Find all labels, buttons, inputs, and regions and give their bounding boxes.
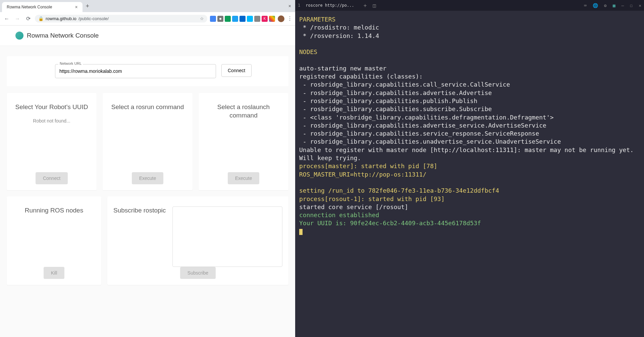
subscribe-card: Subscribe rostopic Subscribe: [107, 196, 288, 285]
term-line: * /rosdistro: melodic: [299, 24, 379, 31]
term-line: - rosbridge_library.capabilities.subscri…: [299, 105, 492, 112]
ext-icon[interactable]: [239, 16, 246, 22]
term-line: Your UUID is: 90fe24ec-6cb2-4409-acb3-44…: [299, 220, 481, 227]
term-line: auto-starting new master: [299, 65, 386, 72]
ext-icon[interactable]: [247, 16, 253, 22]
term-line: - rosbridge_library.capabilities.adverti…: [299, 122, 546, 129]
ext-icon[interactable]: [232, 16, 238, 22]
profile-avatar[interactable]: [278, 15, 284, 22]
keyboard-icon[interactable]: ⌨: [584, 3, 587, 8]
kill-button[interactable]: Kill: [44, 267, 65, 279]
browser-window: Rowma Network Console × + × ← → ⟳ 🔒 rowm…: [0, 0, 295, 337]
address-bar: ← → ⟳ 🔒 rowma.github.io/public-console/ …: [0, 12, 295, 26]
ext-icon[interactable]: K: [262, 16, 268, 22]
term-line: - rosbridge_library.capabilities.unadver…: [299, 138, 561, 145]
term-line: - rosbridge_library.capabilities.service…: [299, 130, 539, 137]
term-line: process[rosout-1]: started with pid [93]: [299, 195, 444, 202]
running-nodes-card: Running ROS nodes Kill: [7, 196, 101, 285]
globe-icon[interactable]: 🌐: [593, 3, 598, 8]
url-host: rowma.github.io: [46, 16, 76, 21]
rosrun-card: Select a rosrun command Execute: [103, 93, 193, 190]
terminal-tab-title[interactable]: roscore http://po...: [306, 3, 354, 8]
terminal-window: 1 roscore http://po... + ◫ ⌨ 🌐 ⚙ ▦ — ☐ ×…: [295, 0, 644, 337]
term-line: registered capabilities (classes):: [299, 73, 423, 80]
terminal-cursor: [299, 229, 303, 235]
back-button[interactable]: ←: [3, 16, 11, 22]
card-title: Select a rosrun command: [111, 103, 184, 111]
settings-icon[interactable]: ⚙: [604, 3, 607, 8]
robot-not-found-msg: Robot not found...: [33, 118, 70, 124]
term-line: connection established: [299, 211, 379, 219]
terminal-output[interactable]: PARAMETERS * /rosdistro: melodic * /rosv…: [295, 11, 644, 337]
term-line: ROS_MASTER_URI=http://pop-os:11311/: [299, 171, 426, 178]
terminal-new-tab-icon[interactable]: +: [364, 2, 367, 9]
close-tab-icon[interactable]: ×: [75, 4, 77, 10]
browser-tab-bar: Rowma Network Console × + ×: [0, 0, 295, 12]
term-line: - rosbridge_library.capabilities.adverti…: [299, 89, 492, 96]
ext-icon[interactable]: [269, 16, 275, 22]
gift-icon[interactable]: ▦: [613, 3, 615, 8]
url-box[interactable]: 🔒 rowma.github.io/public-console/ ☆: [35, 15, 207, 22]
roslaunch-card: Select a roslaunch command Execute: [199, 93, 288, 190]
terminal-tab-number: 1: [298, 3, 300, 8]
cards-row-1: Select Your Robot's UUID Robot not found…: [0, 93, 295, 196]
network-url-field-wrap: Network URL: [55, 64, 216, 78]
network-url-label: Network URL: [58, 61, 83, 65]
rowma-logo-icon: [15, 32, 23, 40]
term-line: - <class 'rosbridge_library.capabilities…: [299, 114, 554, 121]
uuid-card: Select Your Robot's UUID Robot not found…: [7, 93, 97, 190]
card-title: Running ROS nodes: [25, 206, 83, 215]
terminal-titlebar: 1 roscore http://po... + ◫ ⌨ 🌐 ⚙ ▦ — ☐ ×: [295, 0, 644, 11]
ext-icon[interactable]: [225, 16, 231, 22]
forward-button[interactable]: →: [13, 16, 21, 22]
browser-menu-icon[interactable]: ⋮: [287, 15, 292, 22]
term-line: - rosbridge_library.capabilities.publish…: [299, 97, 477, 104]
cards-row-2: Running ROS nodes Kill Subscribe rostopi…: [0, 196, 295, 291]
card-title: Subscribe rostopic: [113, 206, 166, 215]
ext-icon[interactable]: [254, 16, 260, 22]
ext-icon[interactable]: [210, 16, 216, 22]
lock-icon: 🔒: [38, 16, 44, 21]
terminal-split-icon[interactable]: ◫: [373, 2, 376, 9]
term-line: PARAMETERS: [299, 16, 335, 23]
term-line: NODES: [299, 48, 317, 55]
uuid-connect-button[interactable]: Connect: [36, 172, 68, 184]
subscribe-output-box: [172, 206, 282, 267]
url-path: /public-console/: [78, 16, 109, 21]
term-line: * /rosversion: 1.14.4: [299, 32, 379, 39]
new-tab-button[interactable]: +: [86, 3, 90, 10]
reload-button[interactable]: ⟳: [24, 15, 32, 22]
tab-title: Rowma Network Console: [7, 5, 52, 9]
terminal-window-controls: ⌨ 🌐 ⚙ ▦ — ☐ ×: [584, 3, 641, 8]
close-icon[interactable]: ×: [639, 3, 641, 8]
ext-icon[interactable]: ☻: [217, 16, 223, 22]
page-content: Rowma Network Console Network URL Connec…: [0, 26, 295, 337]
card-title: Select a roslaunch command: [205, 103, 282, 119]
network-url-input[interactable]: [55, 64, 216, 78]
term-line: setting /run_id to 782fe046-7fe3-11ea-b7…: [299, 187, 499, 194]
bookmark-star-icon[interactable]: ☆: [200, 16, 204, 21]
term-line: started core service [/rosout]: [299, 203, 408, 210]
rosrun-execute-button[interactable]: Execute: [132, 172, 164, 184]
extension-icons: ☻ K: [210, 16, 275, 22]
roslaunch-execute-button[interactable]: Execute: [228, 172, 260, 184]
minimize-icon[interactable]: —: [622, 3, 624, 8]
term-line: Unable to register with master node [htt…: [299, 146, 637, 161]
app-header: Rowma Network Console: [0, 26, 295, 46]
window-close-icon[interactable]: ×: [288, 3, 291, 9]
maximize-icon[interactable]: ☐: [630, 3, 633, 8]
term-line: - rosbridge_library.capabilities.call_se…: [299, 81, 510, 88]
subscribe-button[interactable]: Subscribe: [180, 267, 216, 279]
term-line: process[master]: started with pid [78]: [299, 162, 437, 170]
page-title: Rowma Network Console: [27, 32, 99, 39]
connection-panel: Network URL Connect: [7, 56, 288, 86]
connect-button[interactable]: Connect: [221, 64, 252, 77]
card-title: Select Your Robot's UUID: [15, 103, 88, 111]
browser-tab[interactable]: Rowma Network Console ×: [2, 2, 83, 12]
